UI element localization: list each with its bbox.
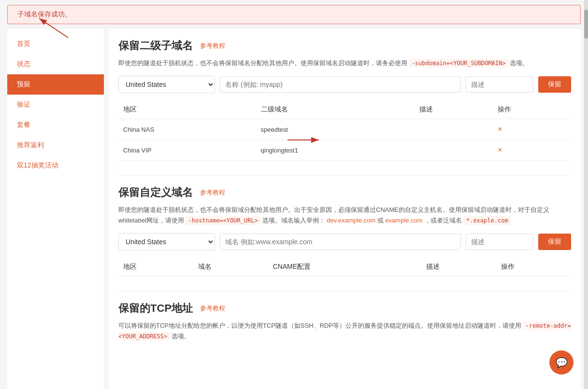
sidebar-item-lottery[interactable]: 双12抽奖活动 <box>7 155 104 176</box>
scrollbar[interactable] <box>584 0 588 389</box>
section2-title: 保留自定义域名 <box>118 185 193 200</box>
section1-desc: 即使您的隧道处于脱机状态，也不会将保留域名分配给其他用户。使用保留域名启动隧道时… <box>118 58 571 69</box>
section-divider-2 <box>118 291 571 292</box>
row-subdomain: qinglongtest1 <box>256 140 415 161</box>
chat-button[interactable]: 💬 <box>549 350 574 375</box>
section1-col-op: 操作 <box>493 100 571 119</box>
section-divider-1 <box>118 175 571 176</box>
table-row: China VIPqinglongtest1× <box>118 140 571 161</box>
section2-desc3: 或 <box>377 217 384 224</box>
row-op[interactable]: × <box>493 119 571 140</box>
delete-button[interactable]: × <box>498 125 502 134</box>
section1-col-desc: 描述 <box>415 100 493 119</box>
custom-domain-section: 保留自定义域名 参考教程 即使您的隧道处于脱机状态，也不会将保留域分配给其他用户… <box>118 185 571 277</box>
section1-form-row: United States 保留 <box>118 76 571 93</box>
section2-form-row: United States 保留 <box>118 233 571 250</box>
main-content: 保留二级子域名 参考教程 即使您的隧道处于脱机状态，也不会将保留域名分配给其他用… <box>109 29 581 389</box>
sidebar-item-verify[interactable]: 验证 <box>7 95 104 115</box>
row-region: China VIP <box>118 140 256 161</box>
section2-desc2: 选项。域名输入举例： <box>262 217 325 224</box>
sidebar-item-plan[interactable]: 套餐 <box>7 115 104 135</box>
section1-save-button[interactable]: 保留 <box>538 76 571 93</box>
arrow-icon <box>34 16 73 40</box>
arrow-icon <box>285 133 324 147</box>
section2-col-desc: 描述 <box>421 258 496 277</box>
row-region: China NAS <box>118 119 256 140</box>
svg-line-1 <box>39 18 68 38</box>
section2-desc4: ，或者泛域名 <box>424 217 462 224</box>
section2-col-region: 地区 <box>118 258 193 277</box>
section2-region-select[interactable]: United States <box>118 233 215 250</box>
section1-highlight1: -subdomain=<YOUR_SUBDOMAIN> <box>409 59 508 68</box>
section2-col-op: 操作 <box>496 258 571 277</box>
section1-header: 保留二级子域名 参考教程 <box>118 39 571 53</box>
sidebar-item-reserve[interactable]: 预留 <box>7 74 104 95</box>
section2-col-domain: 域名 <box>193 258 268 277</box>
section1-region-select[interactable]: United States <box>118 76 215 93</box>
row-desc <box>415 119 493 140</box>
section1-title: 保留二级子域名 <box>118 39 193 53</box>
section1-ref-link[interactable]: 参考教程 <box>200 42 225 50</box>
section1-desc2: 选项。 <box>510 59 529 67</box>
section2-table: 地区 域名 CNAME配置 描述 操作 <box>118 258 571 277</box>
section2-domain-input[interactable] <box>220 234 461 250</box>
section1-name-input[interactable] <box>220 76 461 93</box>
section3-ref-link[interactable]: 参考教程 <box>200 304 225 313</box>
section2-save-button[interactable]: 保留 <box>538 234 571 250</box>
section3-desc: 可以将保留的TCP地址分配给您的帐户，以便为使用TCP隧道（如SSH、RDP等）… <box>118 320 571 342</box>
section1-table: 地区 二级域名 描述 操作 China NASspeedtest×China V… <box>118 100 571 161</box>
row-op[interactable]: × <box>493 140 571 161</box>
success-banner: 子域名保存成功。 <box>7 5 581 24</box>
delete-button[interactable]: × <box>498 146 502 154</box>
section2-header: 保留自定义域名 参考教程 <box>118 185 571 200</box>
section3-title: 保留的TCP地址 <box>118 301 193 316</box>
section2-link1[interactable]: dev.example.com <box>327 217 375 224</box>
subdomain-section: 保留二级子域名 参考教程 即使您的隧道处于脱机状态，也不会将保留域名分配给其他用… <box>118 39 571 161</box>
sidebar: 首页 状态 预留 验证 套餐 推荐返利 双12抽奖活动 <box>7 29 104 389</box>
sidebar-item-status[interactable]: 状态 <box>7 54 104 74</box>
section1-col-subdomain: 二级域名 <box>256 100 415 119</box>
sidebar-item-referral[interactable]: 推荐返利 <box>7 135 104 155</box>
row-subdomain: speedtest <box>256 119 415 140</box>
section2-highlight1: -hostname=<YOUR_URL> <box>186 216 260 225</box>
section2-link2[interactable]: example.com <box>385 217 422 224</box>
section1-table-header-row: 地区 二级域名 描述 操作 <box>118 100 571 119</box>
row-desc <box>415 140 493 161</box>
table-row: China NASspeedtest× <box>118 119 571 140</box>
section3-header: 保留的TCP地址 参考教程 <box>118 301 571 316</box>
section2-desc-input[interactable] <box>466 234 533 250</box>
scrollbar-thumb[interactable] <box>584 10 588 39</box>
section2-highlight2: *.exaple.com <box>464 216 511 225</box>
section1-desc-input[interactable] <box>466 76 533 93</box>
section2-ref-link[interactable]: 参考教程 <box>200 188 225 197</box>
section3-desc2: 选项。 <box>172 333 190 340</box>
section2-col-cname: CNAME配置 <box>268 258 422 277</box>
section1-col-region: 地区 <box>118 100 256 119</box>
section1-desc1: 即使您的隧道处于脱机状态，也不会将保留域名分配给其他用户。使用保留域名启动隧道时… <box>118 59 407 67</box>
section2-desc: 即使您的隧道处于脱机状态，也不会将保留域分配给其他用户。出于安全原因，必须保留通… <box>118 205 571 226</box>
chat-icon: 💬 <box>556 357 568 368</box>
section3-desc1: 可以将保留的TCP地址分配给您的帐户，以便为使用TCP隧道（如SSH、RDP等）… <box>118 322 521 329</box>
tcp-section: 保留的TCP地址 参考教程 可以将保留的TCP地址分配给您的帐户，以便为使用TC… <box>118 301 571 342</box>
section2-table-header-row: 地区 域名 CNAME配置 描述 操作 <box>118 258 571 277</box>
